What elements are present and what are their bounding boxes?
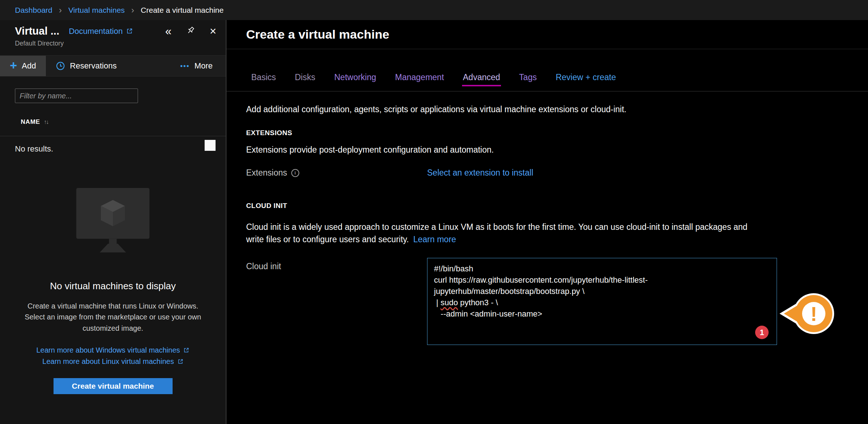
tab-tags[interactable]: Tags xyxy=(519,72,537,91)
create-vm-pane: Create a virtual machine Basics Disks Ne… xyxy=(226,20,868,424)
tab-networking[interactable]: Networking xyxy=(334,72,376,91)
add-button[interactable]: + Add xyxy=(0,56,46,76)
clock-icon xyxy=(56,61,65,71)
create-virtual-machine-button[interactable]: Create virtual machine xyxy=(54,378,173,394)
code-line: #!/bin/bash xyxy=(434,263,770,274)
cloud-init-section-heading: CLOUD INIT xyxy=(246,202,868,210)
code-line: --admin <admin-user-name> xyxy=(434,308,770,319)
page-title: Create a virtual machine xyxy=(246,27,389,42)
tab-advanced[interactable]: Advanced xyxy=(463,72,500,91)
no-results-label: No results. xyxy=(15,144,53,153)
select-extension-link[interactable]: Select an extension to install xyxy=(427,168,533,178)
code-line: | sudo python3 - \ xyxy=(434,297,770,308)
tab-disks[interactable]: Disks xyxy=(295,72,315,91)
chevron-separator-icon: › xyxy=(59,5,62,15)
cloud-init-section-description: Cloud init is a widely used approach to … xyxy=(246,221,767,246)
sort-icon: ↑↓ xyxy=(44,119,48,125)
empty-state: No virtual machines to display Create a … xyxy=(0,188,226,394)
empty-results-row: No results. xyxy=(0,136,226,160)
breadcrumb: Dashboard › Virtual machines › Create a … xyxy=(0,0,868,20)
reservations-button-label: Reservations xyxy=(70,61,117,71)
name-column-label: NAME xyxy=(21,118,40,126)
more-button[interactable]: ••• More xyxy=(170,56,226,76)
layout: Virtual ... Documentation « × Default Di… xyxy=(0,20,868,424)
tab-basics[interactable]: Basics xyxy=(251,72,276,91)
collapse-blade-icon[interactable]: « xyxy=(165,25,171,37)
code-line: curl https://raw.githubusercontent.com/j… xyxy=(434,274,770,286)
blade-title: Virtual ... xyxy=(15,25,59,37)
chevron-separator-icon: › xyxy=(131,5,134,15)
reservations-button[interactable]: Reservations xyxy=(46,56,126,76)
extensions-field-label: Extensions xyxy=(246,168,287,178)
tab-management[interactable]: Management xyxy=(395,72,444,91)
documentation-link[interactable]: Documentation xyxy=(69,27,133,36)
select-checkbox[interactable] xyxy=(205,140,216,151)
page-header: Create a virtual machine xyxy=(226,20,868,49)
extensions-section-description: Extensions provide post-deployment confi… xyxy=(246,145,868,155)
azure-portal-window: Dashboard › Virtual machines › Create a … xyxy=(0,0,868,424)
wizard-tabs: Basics Disks Networking Management Advan… xyxy=(226,49,868,91)
advanced-tab-intro: Add additional configuration, agents, sc… xyxy=(246,105,868,114)
extensions-section-heading: EXTENSIONS xyxy=(246,129,868,137)
external-link-icon xyxy=(177,358,184,365)
breadcrumb-current-page: Create a virtual machine xyxy=(141,6,224,15)
documentation-link-label: Documentation xyxy=(69,27,123,36)
external-link-icon xyxy=(126,28,133,35)
extensions-field-row: Extensions i Select an extension to inst… xyxy=(246,168,868,178)
empty-state-title: No virtual machines to display xyxy=(0,280,226,292)
cloud-init-field-label: Cloud init xyxy=(246,262,281,271)
info-icon[interactable]: i xyxy=(291,169,299,177)
blade-toolbar: + Add Reservations ••• More xyxy=(0,55,226,76)
name-column-header[interactable]: NAME ↑↓ xyxy=(0,118,226,136)
external-link-icon xyxy=(183,347,189,353)
directory-name: Default Directory xyxy=(15,40,216,47)
blade-header: Virtual ... Documentation « × Default Di… xyxy=(0,20,226,55)
learn-more-windows-link[interactable]: Learn more about Windows virtual machine… xyxy=(0,345,226,356)
add-button-label: Add xyxy=(22,61,36,71)
cloud-init-textarea[interactable]: #!/bin/bash curl https://raw.githubuserc… xyxy=(427,258,777,345)
virtual-machine-monitor-icon xyxy=(74,188,151,258)
filter-by-name-input[interactable] xyxy=(15,89,138,103)
ellipsis-icon: ••• xyxy=(180,62,190,70)
more-button-label: More xyxy=(194,61,213,71)
pin-icon[interactable] xyxy=(186,25,195,37)
close-icon[interactable]: × xyxy=(210,25,216,37)
virtual-machines-blade: Virtual ... Documentation « × Default Di… xyxy=(0,20,226,424)
plus-icon: + xyxy=(10,59,17,71)
spellcheck-underlined-word: sudo xyxy=(441,298,458,307)
breadcrumb-dashboard[interactable]: Dashboard xyxy=(15,6,52,15)
annotation-step-badge: 1 xyxy=(755,326,769,339)
breadcrumb-virtual-machines[interactable]: Virtual machines xyxy=(68,6,125,15)
code-line: jupyterhub/master/bootstrap/bootstrap.py… xyxy=(434,286,770,297)
learn-more-link[interactable]: Learn more xyxy=(413,235,456,244)
learn-more-linux-link[interactable]: Learn more about Linux virtual machines xyxy=(0,356,226,367)
empty-state-description: Create a virtual machine that runs Linux… xyxy=(17,301,209,334)
cloud-init-field-row: Cloud init #!/bin/bash curl https://raw.… xyxy=(246,258,868,345)
tab-review-create[interactable]: Review + create xyxy=(556,72,616,91)
